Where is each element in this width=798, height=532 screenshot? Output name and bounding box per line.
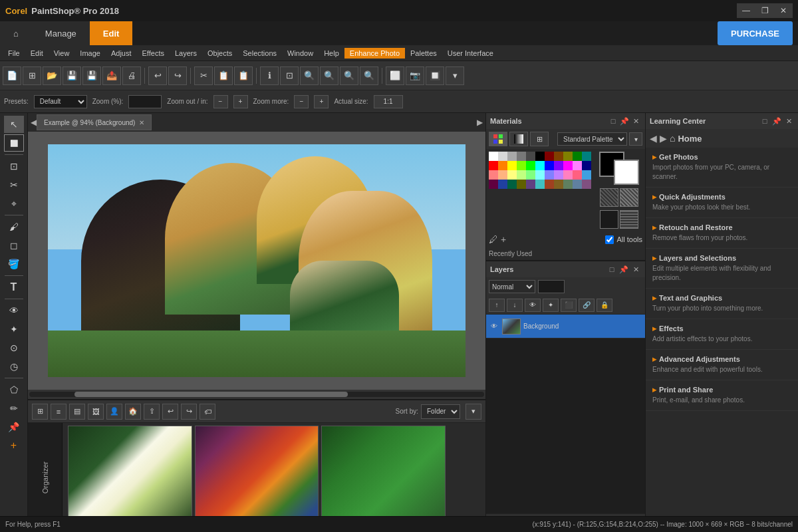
- tool-straighten[interactable]: ⌖: [4, 195, 24, 212]
- tb-zoom-in[interactable]: 🔍: [300, 66, 319, 85]
- swatch-sky[interactable]: [582, 170, 591, 180]
- lc-item-text[interactable]: Text and Graphics Turn your photo into s…: [646, 289, 798, 319]
- menu-file[interactable]: File: [3, 48, 25, 59]
- tb-frame[interactable]: ⬜: [386, 66, 404, 85]
- tb-zoom-fit[interactable]: ⊡: [280, 66, 299, 85]
- presets-select[interactable]: Default: [34, 95, 87, 108]
- nav-purchase-button[interactable]: PURCHASE: [718, 21, 793, 45]
- swatch-dteal[interactable]: [582, 152, 591, 161]
- restore-button[interactable]: ❐: [755, 3, 774, 18]
- tool-pen[interactable]: ✏: [4, 400, 24, 417]
- menu-objects[interactable]: Objects: [202, 48, 237, 59]
- menu-window[interactable]: Window: [282, 48, 319, 59]
- stroke-box-2[interactable]: [620, 210, 638, 229]
- zoom-more-out-btn[interactable]: −: [294, 95, 309, 108]
- org-thumb-greens[interactable]: [321, 426, 446, 529]
- add-swatch-btn[interactable]: +: [501, 234, 506, 245]
- materials-pin[interactable]: 📌: [619, 116, 630, 126]
- nav-manage-button[interactable]: Manage: [32, 21, 90, 45]
- lc-item-print[interactable]: Print and Share Print, e-mail, and share…: [646, 380, 798, 411]
- canvas-prev-btn[interactable]: ◀: [31, 118, 37, 127]
- nav-home-button[interactable]: ⌂: [0, 21, 32, 45]
- tool-eye[interactable]: 👁: [4, 302, 24, 319]
- swatch-llgreen[interactable]: [517, 170, 526, 180]
- tb-print[interactable]: 🖨: [122, 66, 141, 85]
- swatch-olive[interactable]: [517, 180, 526, 189]
- tb-paste[interactable]: 📋: [234, 66, 253, 85]
- org-btn-1[interactable]: ⊞: [32, 404, 48, 420]
- swatch-dyellow[interactable]: [563, 152, 573, 161]
- tool-crop[interactable]: ✂: [4, 176, 24, 194]
- swatch-lyelow[interactable]: [507, 170, 517, 180]
- palette-select[interactable]: Standard Palette: [557, 132, 627, 146]
- layer-move-up[interactable]: ↑: [489, 299, 505, 312]
- org-btn-3[interactable]: ▤: [69, 404, 85, 420]
- lc-back-btn[interactable]: ◀: [650, 133, 657, 144]
- tb-browse[interactable]: ⊞: [23, 66, 41, 85]
- mat-tab-palette[interactable]: [489, 132, 507, 146]
- lc-close[interactable]: ✕: [783, 116, 794, 126]
- org-thumb-flower[interactable]: [68, 426, 192, 529]
- layer-link[interactable]: 🔗: [579, 299, 595, 312]
- swatch-forest[interactable]: [507, 180, 517, 189]
- swatch-plum[interactable]: [526, 180, 535, 189]
- mat-tab-pattern[interactable]: ⊞: [530, 132, 549, 146]
- tb-zoom-actual[interactable]: 🔍: [340, 66, 358, 85]
- pattern-box-2[interactable]: [620, 188, 638, 207]
- lc-item-advanced[interactable]: Advanced Adjustments Enhance and edit wi…: [646, 350, 798, 380]
- mat-tab-gradient[interactable]: [509, 132, 528, 146]
- lc-forward-btn[interactable]: ▶: [660, 133, 667, 144]
- tb-redo[interactable]: ↪: [168, 66, 187, 85]
- swatch-steel[interactable]: [573, 180, 582, 189]
- layer-blend-mode[interactable]: Normal: [489, 280, 535, 293]
- tool-fill[interactable]: 🪣: [4, 255, 24, 273]
- swatch-orange[interactable]: [498, 161, 507, 170]
- canvas-tab-close[interactable]: ✕: [139, 119, 144, 126]
- swatch-salmon[interactable]: [573, 170, 582, 180]
- canvas-tab-example[interactable]: Example @ 94% (Background) ✕: [37, 114, 152, 130]
- swatch-lorange[interactable]: [498, 170, 507, 180]
- tb-open[interactable]: 📂: [43, 66, 61, 85]
- swatch-purple[interactable]: [554, 161, 563, 170]
- zoom-out-btn[interactable]: −: [213, 95, 228, 108]
- stroke-box-1[interactable]: [600, 210, 618, 229]
- tb-zoom-all[interactable]: 🔍: [360, 66, 378, 85]
- org-expand-btn[interactable]: ▾: [466, 404, 481, 420]
- tool-dodge[interactable]: ⬠: [4, 381, 24, 398]
- org-thumb-veggies[interactable]: [195, 426, 319, 529]
- lc-item-layers-sel[interactable]: Layers and Selections Edit multiple elem…: [646, 249, 798, 289]
- org-btn-share[interactable]: ⇪: [144, 404, 160, 420]
- sort-select[interactable]: Folder: [421, 404, 460, 419]
- tool-heal[interactable]: ✦: [4, 321, 24, 338]
- tb-save[interactable]: 💾: [63, 66, 81, 85]
- actual-size-btn[interactable]: 1:1: [374, 95, 403, 108]
- layer-lock[interactable]: 🔒: [597, 299, 612, 312]
- tool-add[interactable]: +: [4, 437, 24, 454]
- layer-move-down[interactable]: ↓: [507, 299, 523, 312]
- tb-copy[interactable]: 📋: [214, 66, 233, 85]
- materials-close[interactable]: ✕: [630, 116, 641, 126]
- eyedropper-btn[interactable]: 🖊: [489, 234, 498, 245]
- lc-item-quick-adj[interactable]: Quick Adjustments Make your photos look …: [646, 188, 798, 218]
- tool-pin[interactable]: 📌: [4, 418, 24, 436]
- swatch-mgray[interactable]: [507, 152, 517, 161]
- scroll-thumb-h[interactable]: [74, 392, 347, 397]
- menu-enhance-photo[interactable]: Enhance Photo: [344, 48, 405, 59]
- swatch-wine[interactable]: [489, 180, 498, 189]
- tb-share[interactable]: 📤: [102, 66, 121, 85]
- layer-mask[interactable]: ⬛: [561, 299, 577, 312]
- org-btn-5[interactable]: 👤: [106, 404, 122, 420]
- palette-menu-btn[interactable]: ▾: [629, 132, 642, 146]
- menu-layers[interactable]: Layers: [170, 48, 202, 59]
- layer-visibility[interactable]: 👁: [525, 299, 541, 312]
- tool-deform[interactable]: ⊡: [4, 158, 24, 175]
- swatch-muted-purple[interactable]: [582, 180, 591, 189]
- tb-camera[interactable]: 📷: [406, 66, 424, 85]
- layers-minimize[interactable]: □: [606, 264, 617, 275]
- materials-minimize[interactable]: □: [608, 116, 618, 126]
- swatch-white[interactable]: [489, 152, 498, 161]
- menu-selections[interactable]: Selections: [237, 48, 282, 59]
- swatch-sage[interactable]: [563, 180, 573, 189]
- tb-more[interactable]: ▾: [446, 66, 464, 85]
- lc-minimize[interactable]: □: [759, 116, 770, 126]
